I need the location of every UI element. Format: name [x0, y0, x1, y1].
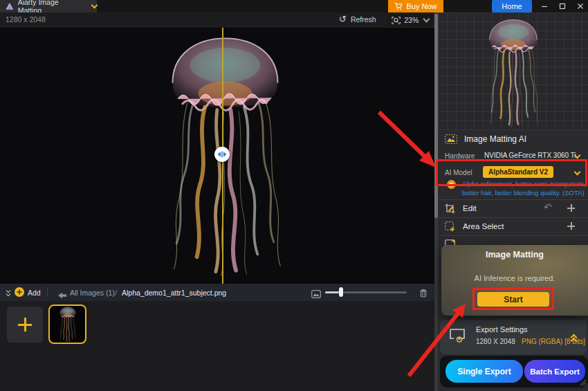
- image-matting-dialog: Image Matting AI Inference is required. …: [441, 245, 588, 316]
- start-button[interactable]: Start: [477, 292, 549, 307]
- gear-icon: ⚙: [455, 335, 463, 344]
- collapse-strip-button[interactable]: [5, 288, 12, 300]
- add-label[interactable]: Add: [28, 289, 41, 297]
- area-select-section-title: Area Select: [463, 222, 504, 230]
- refresh-button[interactable]: ↺ Refresh: [339, 15, 376, 24]
- buy-now-button[interactable]: Buy Now: [388, 0, 443, 12]
- maximize-icon: [559, 3, 566, 10]
- thumbnail-size-icon: [311, 289, 321, 301]
- ai-model-dropdown[interactable]: AlphaStandard V2: [483, 166, 553, 178]
- chevron-down-icon: [423, 16, 430, 23]
- jellyfish-preview-image: [481, 18, 545, 127]
- image-canvas[interactable]: [0, 28, 434, 284]
- close-icon: [577, 3, 584, 10]
- buy-now-label: Buy Now: [406, 2, 437, 10]
- dialog-title: Image Matting: [441, 250, 588, 260]
- double-chevron-down-icon: [5, 289, 12, 298]
- image-thumbnail-selected[interactable]: [48, 304, 86, 344]
- refresh-label: Refresh: [351, 15, 376, 24]
- compare-arrows-icon: [214, 147, 230, 162]
- add-image-tile[interactable]: [7, 307, 43, 343]
- compare-slider-handle[interactable]: [214, 147, 230, 162]
- zoom-control[interactable]: 23%: [387, 14, 433, 26]
- plus-icon: [18, 318, 32, 331]
- matting-preview[interactable]: [438, 12, 588, 130]
- export-size-value: 1280 X 2048: [476, 338, 515, 345]
- close-button[interactable]: [573, 0, 588, 12]
- all-images-breadcrumb[interactable]: All Images (1): [70, 289, 115, 297]
- zoom-icon: [392, 16, 401, 25]
- delete-image-button[interactable]: [419, 288, 428, 300]
- single-export-button[interactable]: Single Export: [445, 360, 523, 383]
- undo-icon[interactable]: ↶: [544, 202, 552, 212]
- divider: [47, 287, 48, 297]
- ai-model-label: AI Model: [445, 169, 472, 176]
- matting-section-title: Image Matting AI: [464, 134, 526, 144]
- back-arrow-icon[interactable]: [58, 289, 66, 302]
- edit-section-title: Edit: [463, 204, 477, 212]
- titlebar: Aiarty Image Matting Buy Now Home: [0, 0, 588, 12]
- app-menu[interactable]: Aiarty Image Matting: [0, 0, 97, 12]
- image-matting-icon: [445, 134, 457, 144]
- slider-handle[interactable]: [339, 287, 343, 297]
- help-icon: ?: [447, 180, 456, 189]
- zoom-level: 23%: [404, 16, 419, 24]
- resize-grip-icon: [578, 378, 587, 386]
- jellyfish-thumbnail: [57, 307, 78, 343]
- dialog-message: AI Inference is required.: [441, 274, 588, 282]
- refresh-icon: ↺: [339, 15, 347, 24]
- export-settings-card[interactable]: ⚙ Export Settings 1280 X 2048 PNG (RGBA)…: [440, 320, 587, 354]
- path-separator: /: [115, 289, 117, 297]
- export-buttons-container: Single Export Batch Export: [440, 356, 588, 388]
- image-dimensions: 1280 x 2048: [6, 15, 46, 24]
- back-arrow-glyph: [58, 292, 66, 299]
- section-edit[interactable]: Edit: [438, 200, 588, 217]
- app-window: Aiarty Image Matting Buy Now Home 1280 x…: [0, 0, 588, 391]
- batch-export-button[interactable]: Batch Export: [524, 360, 585, 383]
- minimize-icon: [541, 3, 548, 10]
- export-settings-title: Export Settings: [476, 325, 528, 334]
- area-select-icon: [445, 221, 455, 232]
- section-area-select[interactable]: Area Select: [438, 218, 588, 235]
- trash-icon: [419, 289, 428, 298]
- chevron-down-icon: [91, 2, 98, 9]
- maximize-button[interactable]: [555, 0, 570, 12]
- add-image-button[interactable]: [15, 287, 24, 297]
- hardware-dropdown-value[interactable]: NVIDIA GeForce RTX 3060 Ti: [484, 152, 576, 159]
- home-button[interactable]: Home: [492, 0, 532, 12]
- current-filename: Alpha_demo1_attr1_subject.png: [122, 289, 226, 297]
- plus-icon: [17, 289, 22, 295]
- model-hint-line2: better hair, better blending quality. (S…: [462, 189, 585, 197]
- cart-icon: [394, 2, 403, 10]
- model-hint-line1: Alpha refinement, better semi-transparen…: [462, 180, 585, 188]
- minimize-button[interactable]: [537, 0, 552, 12]
- app-logo-icon: [6, 2, 14, 10]
- edit-crop-icon: [445, 203, 455, 214]
- hardware-label: Hardware: [445, 152, 475, 160]
- section-image-matting-ai: Image Matting AI: [438, 131, 588, 147]
